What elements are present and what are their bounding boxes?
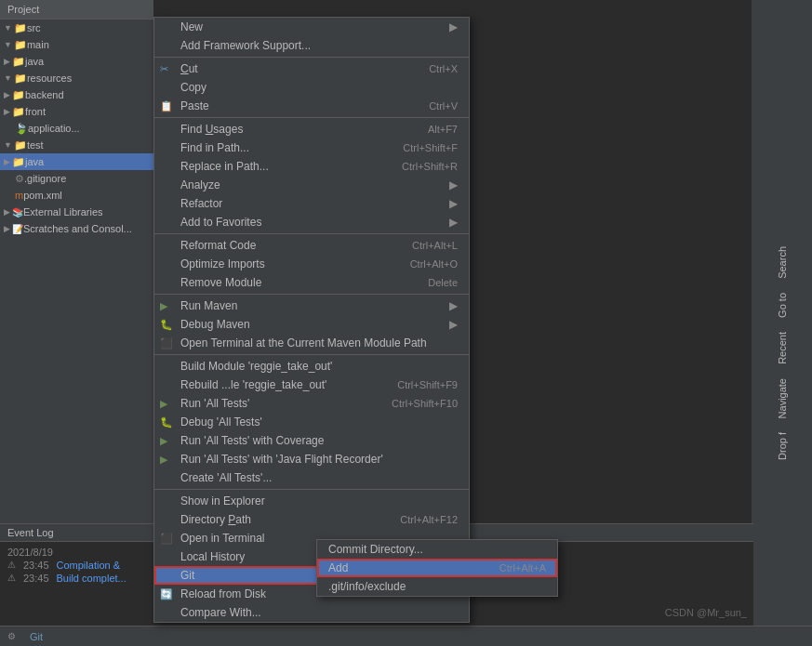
menu-label-refactor: Refactor [180, 197, 446, 210]
menu-item-debug-maven[interactable]: 🐛 Debug Maven ▶ [154, 315, 469, 334]
context-menu: New ▶ Add Framework Support... ✂ Cut Ctr… [153, 17, 470, 623]
shortcut-find-path: Ctrl+Shift+F [403, 142, 458, 153]
tree-item-src[interactable]: ▼ 📁 src [0, 20, 153, 36]
tree-item-test[interactable]: ▼ 📁 test [0, 137, 153, 153]
right-panel-item-recent[interactable]: Recent [775, 327, 790, 369]
event-log-link-1[interactable]: Compilation & [57, 560, 120, 571]
tree-item-scratches[interactable]: ▶ 📝 Scratches and Consol... [0, 220, 153, 237]
menu-item-show-explorer[interactable]: Show in Explorer [154, 492, 469, 510]
menu-item-dir-path[interactable]: Directory Path Ctrl+Alt+F12 [154, 510, 469, 529]
right-panel-item-drop[interactable]: Drop f [775, 428, 790, 465]
menu-label-reformat: Reformat Code [180, 239, 393, 252]
menu-label-new: New [180, 20, 446, 33]
run-coverage-icon: ▶ [160, 435, 167, 447]
menu-item-find-usages[interactable]: Find Usages Alt+F7 [154, 120, 469, 138]
cut-icon: ✂ [160, 63, 168, 75]
menu-label-debug-maven: Debug Maven [180, 318, 446, 331]
menu-item-open-terminal-maven[interactable]: ⬛ Open Terminal at the Current Maven Mod… [154, 334, 469, 352]
tree-item-gitignore[interactable]: ⚙ .gitignore [0, 170, 153, 187]
menu-label-dir-path: Directory Path [180, 513, 381, 526]
event-log-date-label: 2021/8/19 [7, 547, 53, 558]
tree-item-front[interactable]: ▶ 📁 front [0, 103, 153, 120]
tree-item-main[interactable]: ▼ 📁 main [0, 36, 153, 53]
folder-icon-front: 📁 [12, 106, 25, 118]
arrow-main: ▼ [4, 40, 12, 49]
shortcut-run-tests: Ctrl+Shift+F10 [392, 398, 458, 409]
tree-item-ext[interactable]: ▶ 📚 External Libraries [0, 204, 153, 220]
menu-item-run-jfr[interactable]: ▶ Run 'All Tests' with 'Java Flight Reco… [154, 450, 469, 468]
shortcut-add: Ctrl+Alt+A [499, 562, 546, 573]
tree-item-application[interactable]: 🍃 applicatio... [0, 120, 153, 137]
label-backend: backend [25, 89, 64, 100]
label-java2: java [25, 156, 44, 167]
menu-item-remove-module[interactable]: Remove Module Delete [154, 273, 469, 292]
submenu-item-add[interactable]: Add Ctrl+Alt+A [317, 559, 557, 577]
shortcut-optimize: Ctrl+Alt+O [410, 258, 458, 270]
menu-arrow-debug-maven: ▶ [449, 318, 458, 331]
submenu-label-git-exclude: .git/info/exclude [328, 580, 406, 593]
separator-2 [154, 117, 469, 118]
menu-item-analyze[interactable]: Analyze ▶ [154, 176, 469, 194]
menu-item-optimize[interactable]: Optimize Imports Ctrl+Alt+O [154, 255, 469, 273]
tree-item-pom[interactable]: m pom.xml [0, 187, 153, 204]
menu-item-rebuild[interactable]: Rebuild ...le 'reggie_take_out' Ctrl+Shi… [154, 376, 469, 394]
menu-item-copy[interactable]: Copy [154, 78, 469, 97]
tree-item-resources[interactable]: ▼ 📁 resources [0, 70, 153, 86]
menu-item-run-tests[interactable]: ▶ Run 'All Tests' Ctrl+Shift+F10 [154, 394, 469, 413]
menu-label-compare-with: Compare With... [180, 606, 458, 619]
scratch-icon: 📝 [12, 224, 23, 234]
file-icon-pom: m [15, 190, 23, 201]
status-icon: ⚙ [7, 631, 16, 641]
shortcut-remove-module: Delete [428, 277, 458, 288]
run-tests-icon: ▶ [160, 398, 167, 410]
menu-item-add-framework[interactable]: Add Framework Support... [154, 36, 469, 55]
label-gitignore: .gitignore [24, 173, 66, 184]
label-ext: External Libraries [23, 206, 103, 218]
arrow-resources: ▼ [4, 73, 12, 83]
menu-item-build-module[interactable]: Build Module 'reggie_take_out' [154, 357, 469, 376]
menu-item-cut[interactable]: ✂ Cut Ctrl+X [154, 59, 469, 78]
menu-item-debug-tests[interactable]: 🐛 Debug 'All Tests' [154, 413, 469, 431]
menu-item-compare-with[interactable]: Compare With... [154, 603, 469, 622]
tree-item-java[interactable]: ▶ 📁 java [0, 53, 153, 70]
menu-item-add-favorites[interactable]: Add to Favorites ▶ [154, 213, 469, 231]
right-panel-item-goto[interactable]: Go to [775, 288, 790, 323]
separator-4 [154, 294, 469, 295]
menu-label-analyze: Analyze [180, 178, 446, 191]
menu-item-paste[interactable]: 📋 Paste Ctrl+V [154, 97, 469, 115]
submenu-label-add: Add [328, 561, 348, 574]
shortcut-reformat: Ctrl+Alt+L [412, 240, 458, 251]
menu-item-refactor[interactable]: Refactor ▶ [154, 194, 469, 213]
menu-item-run-maven[interactable]: ▶ Run Maven ▶ [154, 297, 469, 315]
menu-label-optimize: Optimize Imports [180, 257, 392, 270]
arrow-test: ▼ [4, 140, 12, 150]
tree-item-java2[interactable]: ▶ 📁 java [0, 153, 153, 170]
menu-arrow-analyze: ▶ [449, 178, 458, 191]
watermark-text: CSDN @Mr_sun_ [665, 607, 747, 618]
event-log-link-2[interactable]: Build complet... [57, 573, 126, 584]
menu-label-create-tests: Create 'All Tests'... [180, 471, 458, 484]
tree-item-backend[interactable]: ▶ 📁 backend [0, 86, 153, 103]
label-main: main [27, 39, 49, 50]
submenu-label-commit-dir: Commit Directory... [328, 543, 423, 556]
folder-icon-java2: 📁 [12, 156, 25, 168]
menu-item-reformat[interactable]: Reformat Code Ctrl+Alt+L [154, 236, 469, 255]
menu-label-replace-path: Replace in Path... [180, 160, 383, 173]
menu-label-cut: Cut [180, 62, 410, 75]
submenu-item-git-exclude[interactable]: .git/info/exclude [317, 577, 557, 596]
menu-item-create-tests[interactable]: Create 'All Tests'... [154, 468, 469, 487]
menu-item-find-path[interactable]: Find in Path... Ctrl+Shift+F [154, 138, 469, 157]
right-panel-item-search[interactable]: Search [775, 242, 790, 283]
menu-label-add-framework: Add Framework Support... [180, 39, 458, 52]
paste-icon: 📋 [160, 100, 173, 112]
label-scratches: Scratches and Consol... [23, 223, 132, 234]
event-log-icon-2: ⚠ [7, 573, 16, 584]
menu-item-run-coverage[interactable]: ▶ Run 'All Tests' with Coverage [154, 431, 469, 450]
menu-item-new[interactable]: New ▶ [154, 18, 469, 36]
event-log-time-1: 23:45 [23, 560, 49, 571]
menu-item-replace-path[interactable]: Replace in Path... Ctrl+Shift+R [154, 157, 469, 176]
submenu-item-commit-dir[interactable]: Commit Directory... [317, 540, 557, 559]
arrow-front: ▶ [4, 107, 10, 116]
right-panel-item-navigate[interactable]: Navigate [775, 374, 790, 423]
folder-icon-test: 📁 [14, 139, 27, 152]
